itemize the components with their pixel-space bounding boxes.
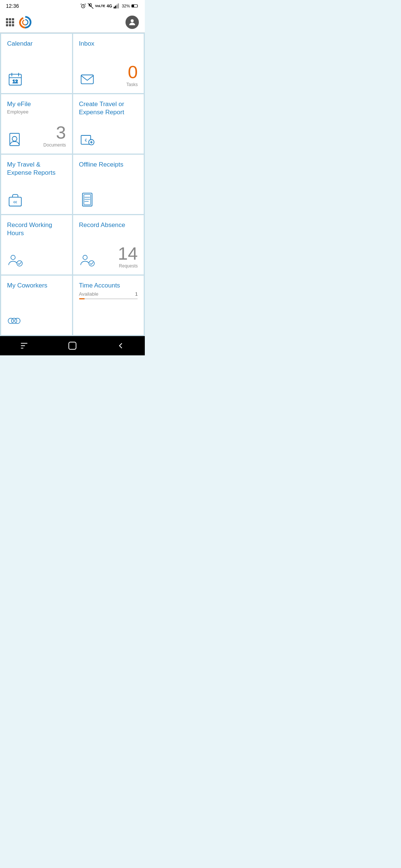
create-travel-tile[interactable]: Create Travel or Expense Report € bbox=[73, 94, 144, 154]
svg-point-36 bbox=[15, 318, 20, 324]
my-efile-bottom: 3 Documents bbox=[7, 124, 66, 148]
inbox-title: Inbox bbox=[79, 40, 138, 48]
my-travel-title: My Travel & Expense Reports bbox=[7, 161, 66, 177]
mute-icon bbox=[88, 3, 94, 9]
svg-rect-5 bbox=[116, 4, 117, 9]
volte-icon: VoLTE bbox=[95, 4, 105, 8]
record-absence-title: Record Absence bbox=[79, 221, 138, 229]
status-bar: 12:36 VoLTE 4G 32% bbox=[0, 0, 145, 12]
back-icon bbox=[116, 341, 125, 351]
nav-bar bbox=[0, 336, 145, 355]
recent-icon bbox=[19, 341, 29, 351]
network-label: 4G bbox=[107, 4, 112, 8]
header-left bbox=[6, 16, 32, 29]
time-accounts-tile[interactable]: Time Accounts Available 1 bbox=[73, 276, 144, 335]
alarm-icon bbox=[80, 3, 86, 9]
calendar-icon: 12 bbox=[7, 71, 23, 87]
svg-rect-17 bbox=[10, 134, 19, 146]
efile-icon bbox=[7, 131, 23, 148]
inbox-tile[interactable]: Inbox 0 Tasks bbox=[73, 34, 144, 93]
expense-add-icon: € bbox=[79, 131, 95, 148]
calendar-title: Calendar bbox=[7, 40, 66, 48]
app-header bbox=[0, 12, 145, 33]
battery-icon bbox=[131, 4, 139, 8]
battery-label: 32% bbox=[122, 4, 130, 8]
person-absence-icon bbox=[79, 252, 95, 269]
app-logo bbox=[19, 16, 32, 29]
create-travel-bottom: € bbox=[79, 131, 138, 148]
svg-point-33 bbox=[83, 255, 87, 260]
back-button[interactable] bbox=[112, 337, 130, 355]
svg-point-37 bbox=[12, 318, 17, 324]
record-working-title: Record Working Hours bbox=[7, 221, 66, 237]
inbox-count: 0 Tasks bbox=[126, 63, 138, 87]
svg-rect-4 bbox=[115, 6, 116, 9]
menu-button[interactable] bbox=[6, 18, 14, 26]
svg-rect-16 bbox=[81, 75, 93, 84]
my-coworkers-tile[interactable]: My Coworkers bbox=[1, 276, 72, 335]
svg-rect-8 bbox=[132, 5, 134, 7]
create-travel-title: Create Travel or Expense Report bbox=[79, 100, 138, 116]
svg-point-10 bbox=[131, 19, 134, 22]
recent-button[interactable] bbox=[15, 337, 33, 355]
status-icons: VoLTE 4G 32% bbox=[80, 3, 139, 9]
suitcase-icon: €€ bbox=[7, 192, 23, 208]
svg-line-1 bbox=[88, 3, 94, 9]
time-accounts-progress bbox=[79, 298, 138, 299]
svg-point-35 bbox=[8, 318, 14, 324]
receipts-icon bbox=[79, 192, 95, 208]
calendar-bottom: 12 bbox=[7, 71, 66, 87]
efile-count: 3 Documents bbox=[43, 124, 66, 148]
svg-point-32 bbox=[17, 261, 22, 266]
offline-receipts-title: Offline Receipts bbox=[79, 161, 138, 169]
record-absence-bottom: 14 Requests bbox=[79, 245, 138, 269]
offline-receipts-tile[interactable]: Offline Receipts bbox=[73, 155, 144, 214]
inbox-icon bbox=[79, 71, 95, 87]
svg-rect-41 bbox=[69, 342, 76, 349]
person-check-icon bbox=[7, 252, 23, 269]
svg-point-18 bbox=[12, 137, 17, 141]
my-efile-tile[interactable]: My eFile Employee 3 Documents bbox=[1, 94, 72, 154]
svg-text:12: 12 bbox=[13, 79, 18, 84]
calendar-tile[interactable]: Calendar 12 bbox=[1, 34, 72, 93]
svg-text:€€: €€ bbox=[13, 200, 17, 204]
absence-count: 14 Requests bbox=[118, 245, 138, 269]
my-travel-bottom: €€ bbox=[7, 192, 66, 208]
offline-receipts-bottom bbox=[79, 192, 138, 208]
my-coworkers-bottom bbox=[7, 313, 66, 329]
svg-point-31 bbox=[11, 255, 15, 260]
home-button[interactable] bbox=[63, 337, 81, 355]
svg-point-34 bbox=[89, 261, 94, 266]
my-travel-tile[interactable]: My Travel & Expense Reports €€ bbox=[1, 155, 72, 214]
svg-text:€: € bbox=[85, 138, 87, 142]
my-coworkers-title: My Coworkers bbox=[7, 282, 66, 290]
home-icon bbox=[68, 341, 77, 351]
status-time: 12:36 bbox=[6, 3, 19, 9]
record-working-bottom bbox=[7, 252, 66, 269]
record-working-tile[interactable]: Record Working Hours bbox=[1, 215, 72, 274]
coworkers-icon bbox=[7, 313, 23, 329]
progress-fill bbox=[79, 298, 85, 299]
time-accounts-title: Time Accounts Available 1 bbox=[79, 282, 138, 299]
my-efile-title: My eFile Employee bbox=[7, 100, 66, 115]
avatar-icon bbox=[128, 18, 137, 27]
svg-rect-27 bbox=[84, 194, 90, 205]
svg-rect-6 bbox=[118, 3, 119, 9]
svg-rect-3 bbox=[114, 7, 115, 9]
inbox-bottom: 0 Tasks bbox=[79, 63, 138, 87]
profile-button[interactable] bbox=[125, 16, 139, 29]
record-absence-tile[interactable]: Record Absence 14 Requests bbox=[73, 215, 144, 274]
tiles-grid: Calendar 12 Inbox 0 Tasks bbox=[0, 33, 145, 336]
signal-icon bbox=[114, 3, 120, 9]
